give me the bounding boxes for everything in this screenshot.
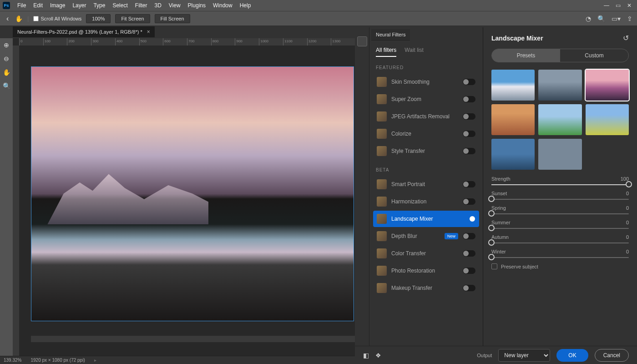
filter-toggle[interactable] xyxy=(463,79,475,85)
slider-spring[interactable]: Spring0 xyxy=(491,205,629,214)
slider-autumn[interactable]: Autumn0 xyxy=(491,234,629,243)
filter-row-jpeg-artifacts-removal[interactable]: JPEG Artifacts Removal xyxy=(373,108,479,125)
filter-icon xyxy=(377,77,387,87)
menu-select[interactable]: Select xyxy=(109,1,131,10)
compare-icon[interactable]: ◧ xyxy=(363,352,369,359)
preserve-subject-checkbox[interactable]: Preserve subject xyxy=(491,263,629,269)
filter-row-depth-blur[interactable]: Depth BlurNew xyxy=(373,228,479,244)
menu-view[interactable]: View xyxy=(165,1,184,10)
back-icon[interactable]: ‹ xyxy=(5,15,10,23)
workspace-icon[interactable]: ▭▾ xyxy=(612,15,621,22)
menu-help[interactable]: Help xyxy=(236,1,255,10)
menu-filter[interactable]: Filter xyxy=(131,1,151,10)
new-badge: New xyxy=(445,233,458,239)
tool-add-icon[interactable]: ⊕ xyxy=(1,40,11,50)
hand-tool-icon[interactable]: ✋ xyxy=(1,67,11,77)
filter-row-harmonization[interactable]: Harmonization xyxy=(373,193,479,210)
output-select[interactable]: New layer xyxy=(498,349,550,362)
preset-thumb[interactable] xyxy=(491,104,535,135)
panel-collapse-icon[interactable] xyxy=(357,36,367,46)
scroll-all-checkbox[interactable]: Scroll All Windows xyxy=(33,16,81,21)
section-featured: FEATURED xyxy=(369,57,483,74)
menu-file[interactable]: File xyxy=(14,1,30,10)
segment-custom[interactable]: Custom xyxy=(560,49,628,62)
document-tab[interactable]: Neural-Filters-Ps-2022.psd @ 139% (Layer… xyxy=(13,26,155,37)
zoom-tool-icon[interactable]: 🔍 xyxy=(1,81,11,91)
subtab-all-filters[interactable]: All filters xyxy=(376,47,396,57)
maximize-icon[interactable]: ▭ xyxy=(616,2,621,9)
subtab-wait-list[interactable]: Wait list xyxy=(404,47,424,57)
panel-tab[interactable]: Neural Filters xyxy=(371,29,410,40)
preset-thumb[interactable] xyxy=(538,70,581,101)
reset-icon[interactable]: ↺ xyxy=(623,34,629,42)
ruler-bottom xyxy=(31,336,355,342)
filter-toggle[interactable] xyxy=(463,268,475,274)
filter-label: Skin Smoothing xyxy=(391,79,458,85)
close-icon[interactable]: ✕ xyxy=(627,2,632,9)
fill-screen-button[interactable]: Fill Screen xyxy=(155,14,190,23)
close-tab-icon[interactable]: × xyxy=(147,29,150,35)
menu-edit[interactable]: Edit xyxy=(30,1,46,10)
status-dimensions: 1920 px × 1080 px (72 ppi) xyxy=(30,358,85,363)
options-bar: ‹ ✋ | Scroll All Windows 100% Fit Screen… xyxy=(0,11,637,25)
filter-toggle[interactable] xyxy=(463,96,475,102)
slider-thumb[interactable] xyxy=(488,254,495,260)
preset-thumb-selected[interactable] xyxy=(586,70,629,101)
filter-toggle[interactable] xyxy=(463,198,475,205)
filter-toggle[interactable] xyxy=(463,148,475,154)
checkbox-icon[interactable] xyxy=(491,263,497,269)
slider-sunset[interactable]: Sunset0 xyxy=(491,191,629,200)
filter-toggle[interactable] xyxy=(463,216,475,222)
filter-row-makeup-transfer[interactable]: Makeup Transfer xyxy=(373,280,479,296)
filter-row-photo-restoration[interactable]: Photo Restoration xyxy=(373,263,479,279)
filter-toggle[interactable] xyxy=(463,131,475,137)
fit-screen-button[interactable]: Fit Screen xyxy=(115,14,150,23)
slider-thumb[interactable] xyxy=(488,239,495,246)
filter-toggle[interactable] xyxy=(463,250,475,257)
panel-footer: ◧ ❖ Output New layer OK Cancel xyxy=(355,346,637,364)
filter-toggle[interactable] xyxy=(463,113,475,120)
menu-window[interactable]: Window xyxy=(209,1,236,10)
slider-summer[interactable]: Summer0 xyxy=(491,220,629,229)
menu-layer[interactable]: Layer xyxy=(69,1,90,10)
filter-row-colorize[interactable]: Colorize xyxy=(373,126,479,142)
tool-remove-icon[interactable]: ⊖ xyxy=(1,54,11,64)
filter-row-style-transfer[interactable]: Style Transfer xyxy=(373,143,479,159)
slider-thumb[interactable] xyxy=(488,210,495,217)
filter-toggle[interactable] xyxy=(463,181,475,187)
filter-detail-column: Landscape Mixer ↺ Presets Custom Strengt… xyxy=(483,27,637,346)
hand-tool-icon[interactable]: ✋ xyxy=(15,15,23,22)
menu-image[interactable]: Image xyxy=(46,1,69,10)
filter-toggle[interactable] xyxy=(463,233,475,239)
filter-row-landscape-mixer[interactable]: Landscape Mixer xyxy=(373,211,479,227)
preset-thumb[interactable] xyxy=(491,70,535,101)
preset-thumb[interactable] xyxy=(586,104,629,135)
zoom-field[interactable]: 100% xyxy=(86,14,111,23)
filter-row-skin-smoothing[interactable]: Skin Smoothing xyxy=(373,74,479,90)
window-controls[interactable]: — ▭ ✕ xyxy=(604,2,634,9)
slider-thumb[interactable] xyxy=(488,225,495,231)
slider-strength[interactable]: Strength100 xyxy=(491,176,629,185)
menu-type[interactable]: Type xyxy=(90,1,109,10)
filter-row-color-transfer[interactable]: Color Transfer xyxy=(373,245,479,262)
ok-button[interactable]: OK xyxy=(556,349,588,362)
menu-plugins[interactable]: Plugins xyxy=(184,1,209,10)
preset-thumb[interactable] xyxy=(538,104,581,135)
search-icon[interactable]: 🔍 xyxy=(597,15,605,22)
slider-winter[interactable]: Winter0 xyxy=(491,249,629,258)
filter-row-smart-portrait[interactable]: Smart Portrait xyxy=(373,176,479,192)
share-icon[interactable]: ⇪ xyxy=(627,15,632,22)
slider-thumb[interactable] xyxy=(626,181,632,187)
menu-3d[interactable]: 3D xyxy=(151,1,165,10)
segment-presets[interactable]: Presets xyxy=(492,49,560,62)
filter-toggle[interactable] xyxy=(463,285,475,291)
canvas[interactable] xyxy=(31,66,354,321)
slider-thumb[interactable] xyxy=(488,196,495,202)
minimize-icon[interactable]: — xyxy=(604,2,609,9)
preset-thumb[interactable] xyxy=(538,139,581,170)
filter-row-super-zoom[interactable]: Super Zoom xyxy=(373,91,479,107)
cancel-button[interactable]: Cancel xyxy=(595,349,629,362)
account-icon[interactable]: ◔ xyxy=(586,15,591,22)
preset-thumb[interactable] xyxy=(491,139,535,170)
layers-icon[interactable]: ❖ xyxy=(375,352,381,359)
